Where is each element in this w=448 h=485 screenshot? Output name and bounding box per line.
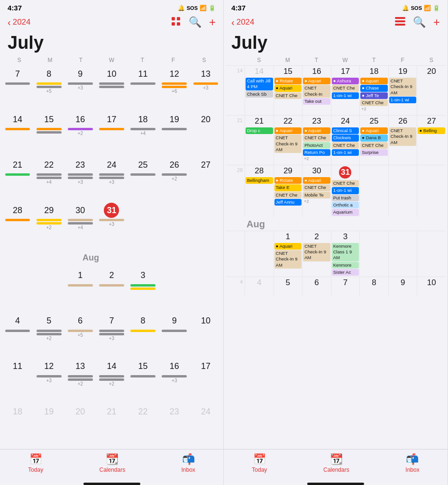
week-event[interactable]: ● Ashura — [332, 78, 359, 84]
tab-calendars-right[interactable]: 📆 Calendars — [323, 453, 349, 473]
week-event[interactable]: 1-on-1 wi — [332, 92, 359, 99]
cal-cell[interactable]: 16+2 — [64, 111, 96, 156]
view-toggle-icon[interactable] — [171, 16, 181, 29]
cal-cell[interactable]: 14+2 — [96, 358, 127, 404]
cal-cell[interactable]: 15 — [128, 358, 159, 404]
week-event[interactable]: CNET Che — [360, 99, 388, 106]
cal-cell[interactable]: 7 — [2, 65, 33, 111]
week-event[interactable]: 1-on-1 wi — [332, 187, 359, 194]
week-event[interactable]: ● Aquari — [274, 127, 302, 134]
week-cell[interactable]: 14 Call with Jill 4 PM Check Sb — [245, 66, 274, 115]
week-event[interactable]: ● Aquari — [274, 243, 302, 250]
week-event[interactable]: ● Rotate — [274, 177, 302, 184]
cal-cell[interactable]: 13+2 — [64, 358, 96, 404]
search-icon-left[interactable]: 🔍 — [189, 16, 201, 28]
cal-cell[interactable]: 14 — [2, 111, 33, 156]
week-event[interactable]: CNET Che — [332, 180, 359, 187]
cal-cell[interactable]: 27 — [190, 156, 221, 202]
week-event[interactable]: CNET Che — [274, 92, 302, 99]
cal-cell[interactable]: 11 — [2, 358, 33, 404]
week-cell[interactable]: 23 ● Aquari CNET Che PhotoAct Return Po … — [302, 116, 331, 165]
week-event[interactable]: CNET Check-In 9 AM — [389, 127, 417, 146]
cal-cell[interactable]: 20 — [190, 111, 221, 156]
week-cell[interactable]: 28 Bellingham — [245, 165, 274, 217]
add-icon-right[interactable]: + — [433, 16, 440, 29]
week-event[interactable]: CNET Check-In 9 AM — [274, 135, 302, 153]
week-cell[interactable]: 30 ● Aquari CNET Che Mobile Te +2 — [302, 165, 331, 217]
week-event[interactable]: ● Aquari — [303, 127, 330, 134]
nav-year-right[interactable]: 2024 — [237, 18, 255, 27]
week-event[interactable]: Clinical S — [332, 127, 359, 134]
week-event[interactable]: CNET Che — [360, 142, 388, 149]
week-cell[interactable]: 9 — [388, 277, 417, 296]
cal-cell[interactable]: 8 — [128, 313, 159, 358]
week-event[interactable]: CNET Che — [332, 85, 359, 91]
week-cell[interactable]: 21 Drop c — [245, 116, 274, 165]
cal-cell[interactable]: 11 — [128, 65, 159, 111]
tab-calendars-left[interactable]: 📆 Calendars — [99, 453, 125, 473]
week-event[interactable]: Orthotic a — [332, 202, 359, 208]
add-icon-left[interactable]: + — [209, 16, 216, 29]
week-cell[interactable]: 1 ● Aquari CNET Check-In 9 AM — [274, 231, 302, 277]
week-cell[interactable]: 24 Clinical S Clockwis CNET Che 1-on-1 w… — [331, 116, 360, 165]
week-cell[interactable]: 19 CNET Check-In 9 AM 1-on-1 wi — [388, 66, 417, 115]
week-cell[interactable]: 20 — [417, 66, 446, 115]
cal-cell[interactable]: 19 — [33, 404, 64, 449]
week-cell[interactable]: 16 ● Aquari CNET Check-In Take out — [302, 66, 331, 115]
cal-cell[interactable]: 2 — [96, 267, 127, 313]
cal-cell[interactable]: 6+5 — [64, 313, 96, 358]
week-event[interactable]: CNET Check-In 9 AM — [274, 250, 302, 269]
cal-cell[interactable]: 23 — [159, 404, 190, 449]
cal-cell[interactable]: 31+3 — [96, 202, 127, 247]
tab-inbox-right[interactable]: 📬 Inbox — [405, 453, 419, 473]
cal-cell[interactable]: 24+3 — [96, 156, 127, 202]
week-event[interactable]: Sister Ac — [332, 269, 359, 276]
week-event[interactable]: ● Belling — [418, 127, 445, 134]
cal-cell[interactable]: 18 — [2, 404, 33, 449]
week-cell[interactable]: 29 ● Rotate Take E CNET Che Jeff Annu — [274, 165, 302, 217]
week-cell[interactable]: 2 CNET Check-In 9 AM — [302, 231, 331, 277]
cal-cell[interactable]: 26+2 — [159, 156, 190, 202]
week-event[interactable]: Clockwis — [332, 135, 359, 141]
cal-cell[interactable]: 13+3 — [190, 65, 221, 111]
week-event[interactable]: ● Dana B — [360, 135, 388, 141]
cal-cell[interactable]: 21 — [2, 156, 33, 202]
week-event[interactable]: 1-on-1 wi — [332, 149, 359, 156]
cal-cell[interactable]: 22 — [128, 404, 159, 449]
cal-cell[interactable]: 15 — [33, 111, 64, 156]
cal-cell[interactable]: 3 — [128, 267, 159, 313]
cal-cell[interactable]: 12+3 — [33, 358, 64, 404]
cal-cell[interactable]: 4 — [2, 313, 33, 358]
week-event[interactable]: CNET Che — [303, 184, 330, 191]
week-event[interactable]: 1-on-1 wi — [389, 97, 417, 103]
week-event[interactable]: CNET Check-In 9 AM — [389, 78, 417, 96]
week-event[interactable]: PhotoAct — [303, 142, 330, 149]
cal-cell[interactable]: 10 — [96, 65, 127, 111]
week-cell[interactable]: 18 ● Aquari ● Chase ● Jeff Te CNET Che +… — [359, 66, 388, 115]
week-event[interactable]: CNET Che — [303, 135, 330, 141]
week-cell[interactable]: 17 ● Ashura CNET Che 1-on-1 wi — [331, 66, 360, 115]
tab-inbox-left[interactable]: 📬 Inbox — [181, 453, 195, 473]
cal-cell[interactable]: 28 — [2, 202, 33, 247]
nav-left-left[interactable]: ‹ 2024 — [8, 17, 31, 28]
week-event[interactable]: Check Sb — [246, 91, 273, 98]
week-event[interactable]: CNET Check-In — [303, 85, 330, 98]
back-chevron-left[interactable]: ‹ — [8, 17, 11, 28]
tab-today-left[interactable]: 📅 Today — [28, 453, 43, 473]
view-toggle-icon-right[interactable] — [395, 17, 405, 28]
week-cell[interactable]: 5 — [274, 277, 302, 296]
cal-cell[interactable]: 22+4 — [33, 156, 64, 202]
week-cell[interactable]: 6 — [302, 277, 331, 296]
cal-cell[interactable]: 16+3 — [159, 358, 190, 404]
cal-cell[interactable]: 9 — [159, 313, 190, 358]
week-cell[interactable]: 22 ● Aquari CNET Check-In 9 AM — [274, 116, 302, 165]
cal-cell[interactable]: 17 — [190, 358, 221, 404]
week-event[interactable]: ● Aquari — [360, 78, 388, 84]
week-event[interactable]: Drop c — [246, 127, 273, 134]
week-event[interactable]: Put trash — [332, 195, 359, 201]
week-event[interactable]: ● Jeff Te — [360, 92, 388, 99]
week-event[interactable]: ● Aquari — [303, 78, 330, 84]
week-event[interactable]: ● Aquari — [360, 127, 388, 134]
week-event[interactable]: Kenmore — [332, 262, 359, 269]
week-event[interactable]: CNET Che — [332, 142, 359, 149]
